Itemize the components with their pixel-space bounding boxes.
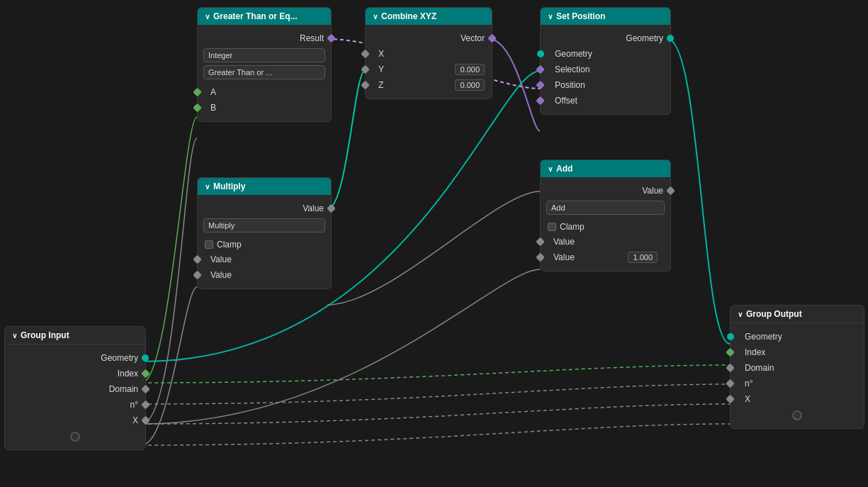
a-row: A bbox=[198, 84, 331, 100]
position-label: Position bbox=[548, 80, 585, 90]
z-label: Z bbox=[373, 80, 455, 90]
y-label: Y bbox=[373, 65, 455, 74]
gi-x-row: X bbox=[5, 413, 145, 428]
geom-out-socket bbox=[667, 35, 674, 42]
b-label: B bbox=[205, 103, 216, 113]
add-value1-label: Value bbox=[548, 237, 575, 247]
go-geometry-socket bbox=[727, 333, 734, 340]
y-row: Y 0.000 bbox=[366, 62, 492, 77]
multiply-value-out-row: Value bbox=[198, 201, 331, 216]
x-label: X bbox=[373, 49, 485, 59]
chevron-icon4: ∨ bbox=[205, 183, 210, 191]
chevron-icon7: ∨ bbox=[738, 310, 743, 318]
add-value-out-label: Value bbox=[642, 186, 663, 196]
multiply-clamp-label: Clamp bbox=[217, 240, 242, 250]
vector-label: Vector bbox=[461, 33, 485, 43]
group-output-node: ∨ Group Output Geometry Index Domain n° … bbox=[730, 305, 864, 429]
go-index-row: Index bbox=[731, 345, 864, 360]
gi-domain-row: Domain bbox=[5, 381, 145, 397]
set-position-header: ∨ Set Position bbox=[541, 8, 670, 25]
position-row: Position bbox=[541, 77, 670, 93]
go-geometry-row: Geometry bbox=[731, 329, 864, 345]
add-clamp-checkbox[interactable] bbox=[548, 223, 556, 231]
gi-n-socket bbox=[141, 401, 150, 410]
add-value-out-row: Value bbox=[541, 183, 670, 198]
chevron-icon3: ∨ bbox=[548, 13, 553, 21]
selection-label: Selection bbox=[548, 65, 590, 74]
multiply-clamp-row: Clamp bbox=[198, 237, 331, 252]
chevron-icon: ∨ bbox=[205, 13, 210, 21]
geom-out-label: Geometry bbox=[626, 33, 663, 43]
go-index-socket bbox=[726, 348, 735, 357]
gi-footer-row bbox=[5, 428, 145, 444]
gi-n-label: n° bbox=[130, 400, 138, 410]
y-value[interactable]: 0.000 bbox=[455, 64, 485, 75]
add-value2-label: Value bbox=[548, 252, 628, 262]
integer-select[interactable]: Integer Float bbox=[203, 48, 325, 62]
multiply-value2-label: Value bbox=[205, 270, 232, 280]
group-input-title: Group Input bbox=[21, 330, 69, 340]
multiply-node: ∨ Multiply Value Multiply Add Clamp Valu… bbox=[197, 177, 332, 289]
greater-than-header: ∨ Greater Than or Eq... bbox=[198, 8, 331, 25]
multiply-clamp-checkbox[interactable] bbox=[205, 240, 213, 249]
offset-row: Offset bbox=[541, 93, 670, 108]
offset-label: Offset bbox=[548, 96, 577, 106]
gi-index-label: Index bbox=[118, 369, 138, 379]
multiply-value1-row: Value bbox=[198, 252, 331, 267]
multiply-value-out-label: Value bbox=[303, 203, 324, 213]
add-title: Add bbox=[556, 164, 573, 174]
multiply-value1-socket bbox=[193, 255, 202, 264]
combine-xyz-title: Combine XYZ bbox=[381, 11, 436, 21]
gi-geometry-row: Geometry bbox=[5, 350, 145, 366]
go-footer-row bbox=[731, 407, 864, 422]
add-select[interactable]: Add Multiply bbox=[546, 201, 665, 215]
selection-row: Selection bbox=[541, 62, 670, 77]
go-x-label: X bbox=[738, 394, 750, 404]
z-socket bbox=[361, 81, 370, 90]
x-socket bbox=[361, 50, 370, 59]
multiply-select[interactable]: Multiply Add bbox=[203, 218, 325, 233]
result-socket bbox=[327, 34, 336, 43]
gi-domain-label: Domain bbox=[109, 384, 138, 394]
multiply-value2-row: Value bbox=[198, 267, 331, 283]
chevron-icon2: ∨ bbox=[373, 13, 378, 21]
go-x-socket bbox=[726, 395, 735, 404]
position-socket bbox=[536, 81, 545, 90]
add-value2-socket bbox=[536, 253, 545, 262]
multiply-value1-label: Value bbox=[205, 254, 232, 264]
z-value[interactable]: 0.000 bbox=[455, 79, 485, 91]
add-header: ∨ Add bbox=[541, 160, 670, 177]
gi-footer-socket bbox=[70, 432, 80, 442]
go-domain-label: Domain bbox=[738, 363, 774, 373]
b-row: B bbox=[198, 100, 331, 116]
result-row: Result bbox=[198, 30, 331, 46]
add-value1-row: Value bbox=[541, 234, 670, 250]
multiply-title: Multiply bbox=[213, 181, 245, 191]
add-value2-field[interactable]: 1.000 bbox=[628, 252, 658, 263]
group-input-node: ∨ Group Input Geometry Index Domain n° X bbox=[4, 326, 146, 450]
go-x-row: X bbox=[731, 391, 864, 407]
gi-geometry-label: Geometry bbox=[101, 353, 138, 363]
y-socket bbox=[361, 65, 370, 74]
go-index-label: Index bbox=[738, 347, 765, 357]
gi-domain-socket bbox=[141, 385, 150, 394]
gi-index-row: Index bbox=[5, 366, 145, 381]
gi-index-socket bbox=[141, 369, 150, 379]
z-row: Z 0.000 bbox=[366, 77, 492, 93]
greater-than-title: Greater Than or Eq... bbox=[213, 11, 298, 21]
combine-xyz-header: ∨ Combine XYZ bbox=[366, 8, 492, 25]
selection-socket bbox=[536, 65, 545, 74]
gi-geometry-socket bbox=[142, 354, 149, 362]
add-value2-row: Value 1.000 bbox=[541, 250, 670, 265]
a-socket bbox=[193, 88, 202, 97]
vector-row: Vector bbox=[366, 30, 492, 46]
set-position-node: ∨ Set Position Geometry Geometry Selecti… bbox=[540, 7, 671, 115]
chevron-icon5: ∨ bbox=[548, 165, 553, 173]
multiply-value2-socket bbox=[193, 271, 202, 280]
geom-in-row: Geometry bbox=[541, 46, 670, 62]
greater-than-select[interactable]: Greater Than or ... Less Than bbox=[203, 65, 325, 79]
gi-x-label: X bbox=[133, 415, 138, 425]
add-clamp-label: Clamp bbox=[560, 222, 585, 232]
geom-in-label: Geometry bbox=[548, 49, 592, 59]
vector-socket bbox=[487, 34, 497, 43]
